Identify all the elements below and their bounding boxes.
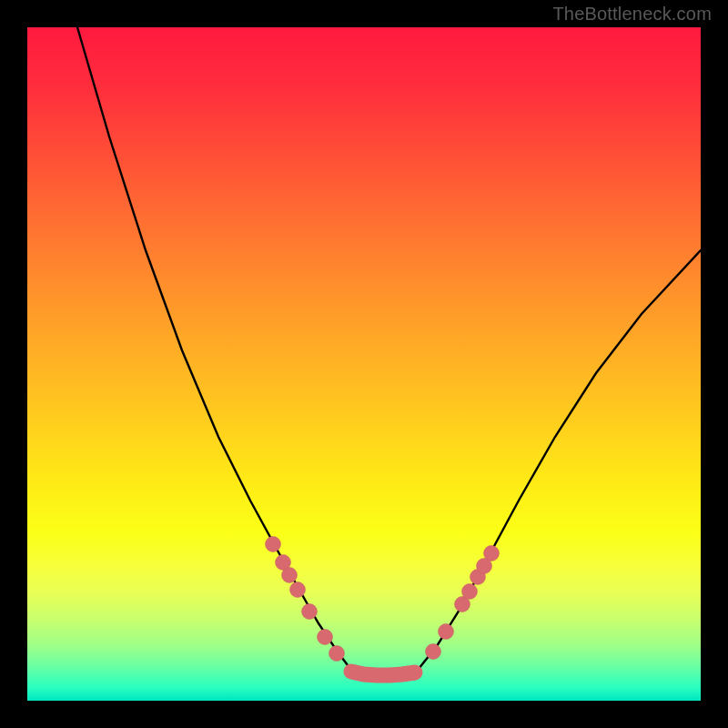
marker-right-3 [462, 584, 478, 600]
marker-right-0 [426, 644, 441, 660]
marker-right-6 [484, 546, 500, 561]
curve-group [77, 27, 701, 676]
plot-area [27, 27, 701, 701]
chart-frame: TheBottleneck.com [0, 0, 728, 728]
watermark-text: TheBottleneck.com [552, 4, 712, 25]
marker-left-5 [318, 630, 333, 645]
marker-left-3 [290, 582, 306, 598]
marker-left-2 [282, 568, 298, 583]
bottleneck-curve [77, 27, 701, 676]
flat-bottom-pill [351, 672, 415, 675]
curve-svg [27, 27, 701, 701]
marker-left-6 [329, 646, 345, 662]
marker-right-1 [439, 624, 454, 640]
markers-group [266, 537, 500, 676]
marker-left-0 [266, 537, 281, 552]
marker-left-4 [302, 604, 318, 620]
